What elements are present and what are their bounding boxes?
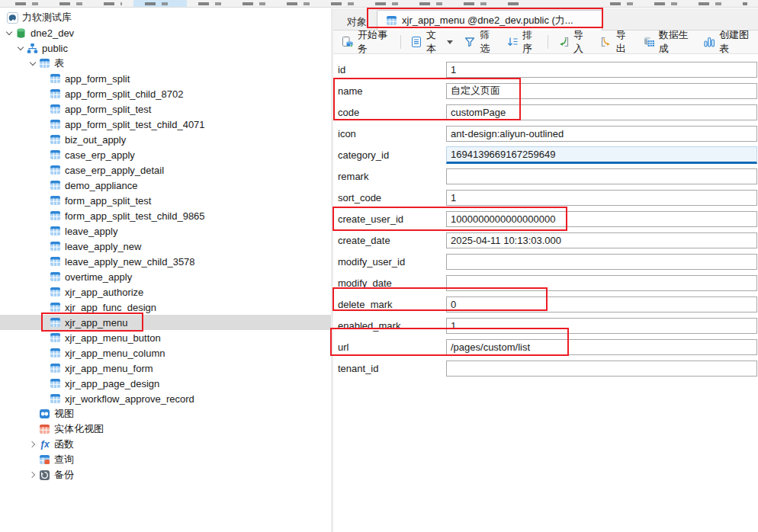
tree-item-public[interactable]: public [0, 40, 331, 56]
dropdown-caret-icon[interactable] [447, 40, 453, 44]
tree-item-表[interactable]: 表 [0, 56, 331, 71]
tree-item-case_erp_apply[interactable]: case_erp_apply [0, 147, 331, 162]
field-input-id[interactable]: 1 [446, 62, 757, 78]
toolbar-button-导出[interactable]: 导出 [595, 33, 638, 52]
toolbar-button-文本[interactable]: 文本 [405, 33, 458, 52]
table-icon [49, 195, 61, 207]
field-row-url: url /pages/custom/list [333, 336, 758, 357]
query-icon [38, 454, 50, 466]
tree-item-xjr_app_menu_button[interactable]: xjr_app_menu_button [0, 330, 331, 345]
table-icon [49, 104, 61, 115]
toolbar-cutoff-text [145, 2, 175, 5]
table-icon [49, 165, 61, 176]
tree-item-app_form_split[interactable]: app_form_split [0, 71, 331, 86]
field-row-code: code customPage [333, 101, 758, 123]
tab-xjr-app-menu-label: xjr_app_menu @dne2_dev.public (力... [402, 14, 573, 27]
tree-item-xjr_app_page_design[interactable]: xjr_app_page_design [0, 376, 331, 391]
tree-item-xjr_workflow_approve_record[interactable]: xjr_workflow_approve_record [0, 391, 331, 406]
toolbar-separator [548, 35, 548, 49]
expand-chevron-icon[interactable] [27, 442, 38, 447]
field-input-category_id[interactable]: 1694139669167259649 [446, 146, 757, 164]
field-label-enabled_mark: enabled_mark [333, 320, 446, 332]
field-label-id: id [333, 64, 446, 75]
table-icon [49, 119, 61, 130]
tree-item-力软测试库[interactable]: 力软测试库 [0, 10, 331, 25]
field-input-url[interactable]: /pages/custom/list [446, 339, 757, 355]
toolbar-cutoff-text [15, 2, 122, 5]
tree-item-查询[interactable]: 查询 [0, 452, 331, 467]
tree-item-form_app_split_test[interactable]: form_app_split_test [0, 193, 331, 208]
tree-item-overtime_apply[interactable]: overtime_apply [0, 269, 331, 284]
toolbar-button-导入[interactable]: 导入 [552, 33, 595, 52]
tree-item-xjr_app_authorize[interactable]: xjr_app_authorize [0, 284, 331, 300]
field-input-code[interactable]: customPage [446, 104, 757, 120]
tab-xjr-app-menu[interactable]: xjr_app_menu @dne2_dev.public (力... [377, 10, 602, 30]
table-data-pane: 对象 xjr_app_menu @dne2_dev.public (力... 开… [333, 8, 758, 532]
field-input-create_date[interactable]: 2025-04-11 10:13:03.000 [446, 232, 757, 248]
field-row-name: name 自定义页面 [333, 80, 758, 101]
toolbar-button-创建图表[interactable]: 创建图表 [698, 33, 758, 52]
field-input-enabled_mark[interactable]: 1 [446, 318, 757, 334]
tree-item-leave_apply[interactable]: leave_apply [0, 223, 331, 239]
tree-item-函数[interactable]: ƒx 函数 [0, 437, 331, 452]
field-input-modify_date[interactable] [446, 275, 757, 291]
schema-icon [26, 43, 38, 54]
tree-item-实体化视图[interactable]: 实体化视图 [0, 421, 331, 437]
table-icon [49, 226, 61, 237]
expand-chevron-icon[interactable] [27, 473, 38, 477]
field-label-delete_mark: delete_mark [333, 299, 446, 310]
toolbar-button-开始事务[interactable]: 开始事务 [336, 33, 397, 52]
table-icon [49, 287, 61, 298]
tree-item-leave_apply_new[interactable]: leave_apply_new [0, 239, 331, 254]
field-input-name[interactable]: 自定义页面 [446, 83, 757, 99]
tree-item-demo_appliance[interactable]: demo_appliance [0, 178, 331, 193]
field-input-delete_mark[interactable]: 0 [446, 296, 757, 312]
table-icon [49, 241, 61, 252]
text-view-icon [410, 36, 422, 48]
toolbar-button-数据生成[interactable]: 数据生成 [638, 33, 698, 52]
tree-item-form_app_split_test_child_9865[interactable]: form_app_split_test_child_9865 [0, 208, 331, 223]
expand-chevron-icon[interactable] [27, 62, 38, 65]
backup-icon [38, 470, 50, 481]
tree-item-备份[interactable]: 备份 [0, 467, 331, 482]
tree-item-xjr_app_func_design[interactable]: xjr_app_func_design [0, 300, 331, 315]
field-input-icon[interactable]: ant-design:aliyun-outlined [446, 126, 757, 142]
field-row-create_user_id: create_user_id 1000000000000000000 [333, 208, 758, 229]
tree-item-xjr_app_menu_column[interactable]: xjr_app_menu_column [0, 345, 331, 361]
tree-item-app_form_split_test[interactable]: app_form_split_test [0, 101, 331, 117]
toolbar-button-筛选[interactable]: 筛选 [458, 33, 501, 52]
tree-item-视图[interactable]: 视图 [0, 406, 331, 421]
tab-objects[interactable]: 对象 [339, 13, 374, 30]
table-icon [38, 58, 50, 69]
tree-item-xjr_app_menu[interactable]: xjr_app_menu [0, 315, 331, 330]
field-label-modify_user_id: modify_user_id [333, 256, 446, 268]
toolbar-cutoff-text [610, 2, 747, 5]
toolbar-button-排序[interactable]: 排序 [501, 33, 544, 52]
table-icon [49, 348, 61, 359]
field-label-remark: remark [333, 171, 446, 182]
expand-chevron-icon[interactable] [4, 31, 14, 34]
navicat-window: 力软测试库 dne2_dev public 表 app_form_split a… [0, 0, 758, 532]
tree-item-dne2_dev[interactable]: dne2_dev [0, 25, 331, 40]
tree-item-leave_apply_new_child_3578[interactable]: leave_apply_new_child_3578 [0, 254, 331, 269]
expand-chevron-icon[interactable] [15, 46, 26, 50]
tree-item-app_form_split_child_8702[interactable]: app_form_split_child_8702 [0, 86, 331, 101]
tree-item-case_erp_apply_detail[interactable]: case_erp_apply_detail [0, 162, 331, 178]
field-input-sort_code[interactable]: 1 [446, 190, 757, 206]
table-icon [49, 332, 61, 344]
tab-objects-label: 对象 [347, 15, 367, 29]
field-row-sort_code: sort_code 1 [333, 187, 758, 208]
tree-item-biz_out_apply[interactable]: biz_out_apply [0, 132, 331, 147]
tree-item-app_form_split_test_child_4071[interactable]: app_form_split_test_child_4071 [0, 117, 331, 132]
table-icon [49, 302, 61, 313]
field-row-modify_date: modify_date [333, 272, 758, 293]
field-input-remark[interactable] [446, 168, 757, 184]
field-label-tenant_id: tenant_id [333, 363, 446, 374]
field-input-tenant_id[interactable] [446, 361, 757, 377]
field-row-tenant_id: tenant_id [333, 357, 758, 379]
field-input-modify_user_id[interactable] [446, 254, 757, 270]
field-input-create_user_id[interactable]: 1000000000000000000 [446, 211, 757, 227]
field-label-code: code [333, 107, 446, 118]
tree-item-xjr_app_menu_form[interactable]: xjr_app_menu_form [0, 361, 331, 376]
table-icon [49, 134, 61, 146]
